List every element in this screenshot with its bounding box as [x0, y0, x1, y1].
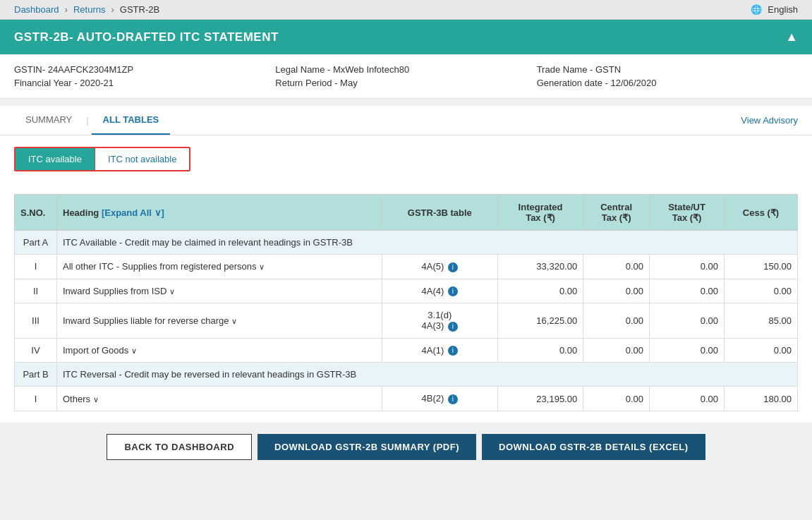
nav-dashboard[interactable]: Dashboard — [14, 4, 59, 15]
table-row: II Inward Supplies from ISD ∨ 4A(4) i 0.… — [15, 279, 798, 303]
tabs-left: SUMMARY | ALL TABLES — [14, 106, 170, 135]
tab-summary[interactable]: SUMMARY — [14, 106, 83, 135]
cell-central-tax: 0.00 — [583, 255, 650, 279]
info-icon[interactable]: i — [448, 286, 458, 296]
cell-integrated-tax: 0.00 — [497, 279, 583, 303]
cell-heading: All other ITC - Supplies from registered… — [57, 255, 382, 279]
col-cess: Cess (₹) — [725, 195, 798, 231]
globe-icon: 🌐 — [751, 4, 762, 15]
cell-state-tax: 0.00 — [650, 279, 725, 303]
download-excel-button[interactable]: DOWNLOAD GSTR-2B DETAILS (EXCEL) — [482, 434, 705, 460]
page-header: GSTR-2B- AUTO-DRAFTED ITC STATEMENT ▲ — [0, 20, 812, 54]
table-row: Part B ITC Reversal - Credit may be reve… — [15, 363, 798, 387]
cell-sno: IV — [15, 338, 57, 363]
nav-current: GSTR-2B — [120, 4, 159, 15]
col-gstr3b: GSTR-3B table — [382, 195, 497, 231]
tab-all-tables[interactable]: ALL TABLES — [92, 106, 171, 135]
summary-table: S.NO. Heading [Expand All ∨] GSTR-3B tab… — [14, 194, 798, 411]
info-section: GSTIN- 24AAFCK2304M1ZP Financial Year - … — [0, 54, 812, 99]
cell-sno: I — [15, 387, 57, 411]
cell-state-tax: 0.00 — [650, 303, 725, 339]
itc-available-button[interactable]: ITC available — [16, 148, 95, 170]
dropdown-arrow[interactable]: ∨ — [93, 395, 99, 404]
breadcrumb: Dashboard › Returns › GSTR-2B — [14, 4, 159, 15]
table-row: I Others ∨ 4B(2) i 23,195.00 0.00 0.00 1… — [15, 387, 798, 411]
download-pdf-button[interactable]: DOWNLOAD GSTR-2B SUMMARY (PDF) — [257, 434, 476, 460]
table-header-row: S.NO. Heading [Expand All ∨] GSTR-3B tab… — [15, 195, 798, 231]
cell-cess: 0.00 — [725, 279, 798, 303]
dropdown-arrow[interactable]: ∨ — [169, 287, 175, 296]
cell-state-tax: 0.00 — [650, 387, 725, 411]
cell-cess: 150.00 — [725, 255, 798, 279]
cell-sno: II — [15, 279, 57, 303]
cell-central-tax: 0.00 — [583, 303, 650, 339]
cell-heading: Inward Supplies liable for reverse charg… — [57, 303, 382, 339]
info-col-1: GSTIN- 24AAFCK2304M1ZP Financial Year - … — [14, 64, 275, 88]
info-icon[interactable]: i — [448, 394, 458, 404]
cell-gstr3b: 4A(1) i — [382, 338, 497, 363]
cell-integrated-tax: 0.00 — [497, 338, 583, 363]
cell-sno: Part B — [15, 363, 57, 387]
generation-date-label: Generation date - 12/06/2020 — [537, 78, 798, 88]
cell-sno: III — [15, 303, 57, 339]
language-selector[interactable]: 🌐 English — [751, 4, 798, 15]
col-central-tax: CentralTax (₹) — [583, 195, 650, 231]
cell-heading-part: ITC Reversal - Credit may be reversed in… — [57, 363, 798, 387]
itc-toggle-container: ITC available ITC not available — [14, 147, 798, 183]
info-icon[interactable]: i — [448, 346, 458, 356]
col-integrated-tax: IntegratedTax (₹) — [497, 195, 583, 231]
cell-heading: Inward Supplies from ISD ∨ — [57, 279, 382, 303]
dropdown-arrow[interactable]: ∨ — [259, 262, 265, 271]
cell-sno: I — [15, 255, 57, 279]
table-row: III Inward Supplies liable for reverse c… — [15, 303, 798, 339]
info-col-2: Legal Name - MxWeb Infotech80 Return Per… — [275, 64, 536, 88]
page-title: GSTR-2B- AUTO-DRAFTED ITC STATEMENT — [14, 30, 279, 44]
cell-gstr3b: 3.1(d)4A(3) i — [382, 303, 497, 339]
cell-gstr3b: 4A(5) i — [382, 255, 497, 279]
cell-cess: 0.00 — [725, 338, 798, 363]
dropdown-arrow[interactable]: ∨ — [231, 317, 237, 325]
gstin-label: GSTIN- 24AAFCK2304M1ZP — [14, 64, 275, 75]
cell-integrated-tax: 16,225.00 — [497, 303, 583, 339]
tabs-row: SUMMARY | ALL TABLES View Advisory — [0, 106, 812, 135]
expand-all-link[interactable]: [Expand All ∨] — [102, 207, 164, 218]
cell-gstr3b: 4B(2) i — [382, 387, 497, 411]
cell-central-tax: 0.00 — [583, 387, 650, 411]
table-row: IV Import of Goods ∨ 4A(1) i 0.00 0.00 0… — [15, 338, 798, 363]
return-period-label: Return Period - May — [275, 78, 536, 88]
cell-sno: Part A — [15, 231, 57, 255]
itc-not-available-button[interactable]: ITC not available — [95, 148, 190, 170]
cell-integrated-tax: 33,320.00 — [497, 255, 583, 279]
language-label: English — [768, 4, 798, 15]
itc-buttons: ITC available ITC not available — [14, 147, 190, 171]
info-icon[interactable]: i — [448, 262, 458, 272]
col-state-tax: State/UTTax (₹) — [650, 195, 725, 231]
table-row: Part A ITC Available - Credit may be cla… — [15, 231, 798, 255]
cell-heading-part: ITC Available - Credit may be claimed in… — [57, 231, 798, 255]
cell-cess: 85.00 — [725, 303, 798, 339]
nav-returns[interactable]: Returns — [73, 4, 106, 15]
cell-central-tax: 0.00 — [583, 338, 650, 363]
financial-year-label: Financial Year - 2020-21 — [14, 78, 275, 88]
collapse-icon[interactable]: ▲ — [785, 30, 798, 44]
back-to-dashboard-button[interactable]: BACK TO DASHBOARD — [107, 434, 252, 460]
view-advisory-link[interactable]: View Advisory — [741, 107, 798, 134]
top-nav: Dashboard › Returns › GSTR-2B 🌐 English — [0, 0, 812, 20]
legal-name-label: Legal Name - MxWeb Infotech80 — [275, 64, 536, 75]
info-col-3: Trade Name - GSTN Generation date - 12/0… — [537, 64, 798, 88]
cell-heading: Others ∨ — [57, 387, 382, 411]
cell-integrated-tax: 23,195.00 — [497, 387, 583, 411]
cell-cess: 180.00 — [725, 387, 798, 411]
col-heading: Heading [Expand All ∨] — [57, 195, 382, 231]
info-icon[interactable]: i — [448, 322, 458, 332]
main-content: ITC available ITC not available S.NO. He… — [0, 135, 812, 423]
cell-state-tax: 0.00 — [650, 338, 725, 363]
trade-name-label: Trade Name - GSTN — [537, 64, 798, 75]
table-row: I All other ITC - Supplies from register… — [15, 255, 798, 279]
cell-gstr3b: 4A(4) i — [382, 279, 497, 303]
cell-heading: Import of Goods ∨ — [57, 338, 382, 363]
footer-buttons: BACK TO DASHBOARD DOWNLOAD GSTR-2B SUMMA… — [0, 423, 812, 471]
cell-central-tax: 0.00 — [583, 279, 650, 303]
dropdown-arrow[interactable]: ∨ — [131, 346, 137, 355]
cell-state-tax: 0.00 — [650, 255, 725, 279]
